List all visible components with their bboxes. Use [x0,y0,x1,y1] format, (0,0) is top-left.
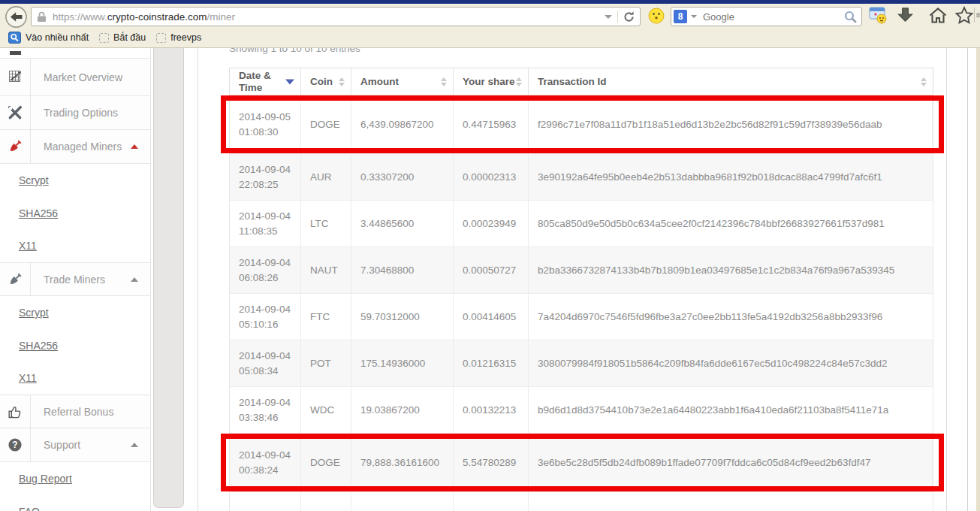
placeholder-favicon [99,33,109,43]
extension-smiley-icon[interactable] [648,8,665,24]
column-header-date-time[interactable]: Date & Time [230,68,301,95]
share-value: 0.00002313 [463,170,528,185]
url-dropdown-icon[interactable] [605,15,612,19]
table-row[interactable]: 2014-09-0422:08:25AUR0.333072000.0000231… [229,154,933,201]
table-row[interactable]: 2014-09-0405:08:34POT175.149360000.01216… [229,340,933,387]
amount-value: 6,439.09867200 [360,117,453,132]
sidebar-item-referral-bonus[interactable]: Referral Bonus [0,395,150,428]
content-right-border [946,48,947,511]
table-row[interactable]: 2014-09-0501:08:30DOGE6,439.098672000.44… [229,95,933,154]
share-value: 0.00001637 [463,508,528,511]
search-input[interactable] [701,11,843,23]
date-value: 2014-09-05 [239,110,300,125]
smart-folder-icon [8,32,21,44]
bookmarks-menu-icon[interactable] [976,8,980,23]
table-row[interactable]: 2014-09-0400:38:24DOGE79,888.361616005.5… [229,434,933,492]
google-engine-icon[interactable]: 8 [674,10,687,23]
share-value: 0.00132213 [463,403,528,418]
url-bar[interactable]: https://www.crypto-coinstrade.com/miner [31,7,641,26]
column-header-amount[interactable]: Amount [351,68,454,95]
sidebar-link-sha256[interactable]: SHA256 [0,197,150,230]
browser-chrome: https://www.crypto-coinstrade.com/miner … [0,0,980,48]
sidebar-scrollbar[interactable] [153,48,184,508]
tools-icon [0,96,31,129]
cell-coin: NAUT [301,247,351,293]
cell-coin: POT [301,340,351,386]
cell-amount: 7.30468800 [351,247,454,293]
sidebar-link-scrypt[interactable]: Scrypt [0,296,150,329]
home-button[interactable] [928,7,948,24]
table-row[interactable]: 2014-09-03NTR0.235728000.000016376e74962… [229,492,933,511]
sidebar-link-x11[interactable]: X11 [0,229,150,262]
sort-icon[interactable] [285,79,294,84]
sort-icon[interactable] [339,77,345,86]
search-engine-dropdown-icon[interactable] [691,15,697,18]
cell-date-time: 2014-09-0501:08:30 [230,95,301,153]
shovel-gray-icon [0,263,31,295]
coin-value: DOGE [310,117,351,132]
transaction-id-value: 3e90192a64fe95b0eeb4e2b513dabbba9681f92b… [538,170,933,185]
bookmark-b-t-u[interactable]: Bắt đầu [94,31,151,44]
bookmark-v-o-nhi-u-nh-t[interactable]: Vào nhiều nhất [3,30,94,45]
screenshot-extension-icon[interactable] [869,6,888,24]
table-row[interactable]: 2014-09-0405:10:16FTC59.703120000.004146… [229,294,933,340]
amount-value: 7.30468800 [360,263,453,278]
column-header-transaction-id[interactable]: Transaction Id [529,68,933,95]
sidebar-link-x11[interactable]: X11 [0,361,150,395]
collapse-caret-icon[interactable] [131,144,138,149]
reload-button[interactable] [623,11,635,23]
sort-icon[interactable] [516,77,522,86]
window-scrollbar[interactable] [976,48,980,511]
cell-date-time: 2014-09-0405:08:34 [230,340,301,386]
transaction-id-value: 7a4204d6970c7546f5fd96fbe3a27c0ee2bb113f… [538,310,933,325]
back-button[interactable] [5,5,28,29]
cell-amount: 6,439.09867200 [351,95,454,153]
time-value: 01:08:30 [239,125,300,140]
time-value: 22:08:25 [239,177,300,192]
sidebar-link-faq[interactable]: FAQ [0,495,150,511]
bookmarks-toolbar: Vào nhiều nhấtBắt đầufreevps [3,30,207,45]
sidebar-item-trade-miners[interactable]: Trade Miners [0,262,150,296]
cell-transaction-id: 805ca850d9e50d5b0c634a5cee2f0cf2142396c7… [529,201,933,246]
sidebar-item-managed-miners[interactable]: Managed Miners [0,130,150,164]
svg-text:?: ? [12,440,17,450]
back-arrow-icon [5,5,28,29]
cell-amount: 59.70312000 [351,294,454,340]
share-value: 0.00050727 [463,263,528,278]
cell-transaction-id: 3080079984f918051b5864c209fb84fa6dde6167… [529,340,933,386]
cell-transaction-id: b2ba3366732874133b4b7b1809b1ea03497685e1… [529,247,933,293]
sidebar-item-trading-options[interactable]: Trading Options [0,96,150,130]
cell-transaction-id: b9d6d1d8d3754410b73e2e1a64480223abb1f6a4… [529,387,933,433]
date-value: 2014-09-04 [239,349,300,364]
date-value: 2014-09-04 [239,162,300,177]
sidebar-link-scrypt[interactable]: Scrypt [0,164,150,197]
sidebar-link-bug-report[interactable]: Bug Report [0,462,150,495]
content-left-border [198,48,198,511]
cell-your-share: 5.54780289 [454,434,529,491]
sidebar-item-market-overview[interactable]: Market Overview [0,59,150,96]
cell-your-share: 0.00002313 [454,154,529,200]
sidebar-item-support[interactable]: ?Support [0,428,150,462]
table-info-text: Showing 1 to 10 of 10 entries [229,48,360,54]
bookmark-freevps[interactable]: freevps [151,31,207,44]
table-row[interactable]: 2014-09-0411:08:35LTC3.448656000.0002394… [229,201,933,247]
coin-value: NTR [310,508,351,511]
cell-your-share: 0.00414605 [454,294,529,340]
sidebar-link-sha256[interactable]: SHA256 [0,329,150,362]
sort-icon[interactable] [441,77,447,86]
amount-value: 0.33307200 [360,170,453,185]
search-box[interactable]: 8 [671,7,862,26]
cell-date-time: 2014-09-0411:08:35 [230,201,301,246]
table-row[interactable]: 2014-09-0403:38:46WDC19.038672000.001322… [229,387,933,434]
column-header-coin[interactable]: Coin [301,68,351,95]
sidebar-item-partial[interactable] [0,48,150,59]
sort-icon[interactable] [921,77,927,86]
column-header-label: Date & Time [239,70,281,94]
bookmark-star-button[interactable] [954,6,974,25]
column-header-your-share[interactable]: Your share [454,68,529,95]
collapse-caret-icon[interactable] [131,277,138,282]
table-row[interactable]: 2014-09-0406:08:26NAUT7.304688000.000507… [229,247,933,294]
collapse-caret-icon[interactable] [131,443,138,447]
downloads-button[interactable] [897,7,914,23]
search-magnifier-icon[interactable] [843,10,858,24]
